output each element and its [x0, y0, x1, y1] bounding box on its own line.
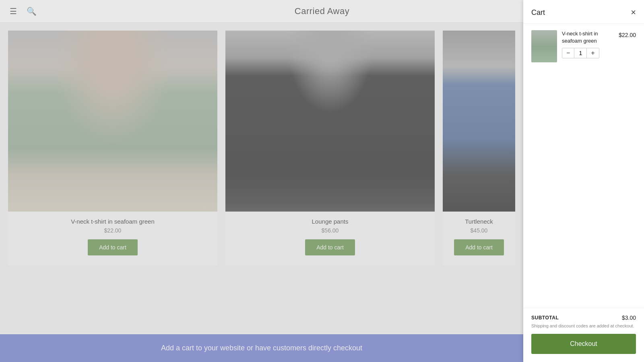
quantity-decrease-button[interactable]: − — [562, 48, 574, 58]
quantity-display: 1 — [574, 48, 587, 58]
cart-item-quantity-controls: − 1 + — [562, 48, 599, 58]
cart-close-button[interactable]: × — [631, 8, 636, 17]
cart-header: Cart × — [523, 0, 644, 24]
cart-item-price: $22.00 — [619, 32, 636, 38]
quantity-increase-button[interactable]: + — [587, 48, 599, 58]
cart-panel: Cart × V-neck t-shirt in seafoam green −… — [523, 0, 644, 273]
cart-item-name: V-neck t-shirt in seafoam green — [562, 30, 614, 45]
cart-item-details: V-neck t-shirt in seafoam green − 1 + — [562, 30, 614, 58]
cart-overlay — [0, 0, 523, 273]
cart-item-thumbnail — [531, 30, 557, 62]
cart-title: Cart — [531, 8, 545, 17]
cart-item: V-neck t-shirt in seafoam green − 1 + $2… — [531, 30, 636, 62]
cart-items-list: V-neck t-shirt in seafoam green − 1 + $2… — [523, 24, 644, 273]
